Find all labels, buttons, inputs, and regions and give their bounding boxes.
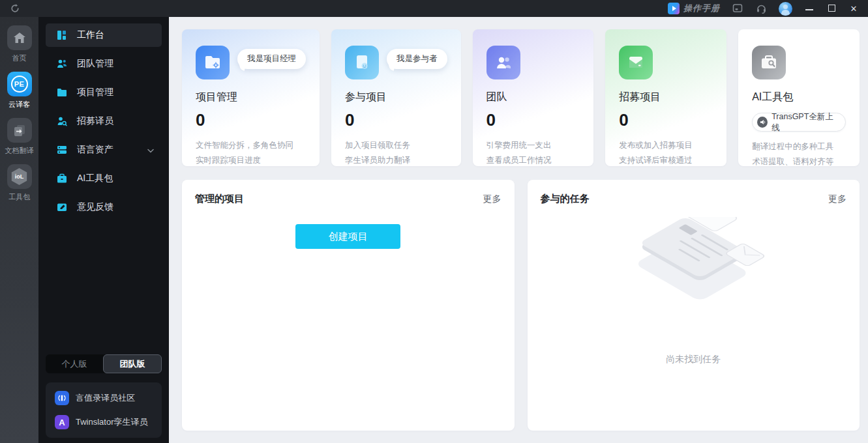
yanzhilu-icon <box>55 391 69 405</box>
create-project-button[interactable]: 创建项目 <box>295 224 400 249</box>
yunyike-pe-logo-icon: PE <box>7 72 32 96</box>
link-twinslator[interactable]: A Twinslator孪生译员 <box>55 415 153 429</box>
rail-label: 工具包 <box>8 192 30 202</box>
panel-title: 参与的任务 <box>541 193 590 205</box>
rail-label: 首页 <box>12 53 27 63</box>
doc-translate-icon <box>7 118 32 143</box>
app-body: 首页 PE 云译客 文档翻译 ioL 工具包 <box>0 17 868 443</box>
rail-label: 文档翻译 <box>5 146 34 156</box>
sidebar-bottom: 个人版 团队版 言值录译员社区 A Twinslator孪生译员 <box>46 354 162 438</box>
team-icon <box>57 59 67 69</box>
sidebar-item-label: AI工具包 <box>77 173 113 184</box>
card-count: 0 <box>486 110 580 130</box>
briefcase-icon <box>57 173 67 184</box>
card-description: 加入项目领取任务 孪生译员助力翻译 <box>345 138 447 167</box>
edition-personal-tab[interactable]: 个人版 <box>46 354 103 373</box>
panels-row: 管理的项目 更多 创建项目 参与的任务 更多 <box>182 180 860 431</box>
sidebar-item-label: 招募译员 <box>77 115 113 127</box>
stat-cards-row: 我是项目经理 项目管理 0 文件智能分拆，多角色协同 实时跟踪项目进度 我是参与 <box>182 29 860 166</box>
transgpt-badge[interactable]: TransGPT全新上线 <box>752 113 846 132</box>
panel-title: 管理的项目 <box>195 193 244 205</box>
rail-item-home[interactable]: 首页 <box>7 25 32 63</box>
card-title: 参与项目 <box>345 91 447 104</box>
managed-projects-panel: 管理的项目 更多 创建项目 <box>182 180 515 431</box>
refresh-icon[interactable] <box>9 3 21 14</box>
sidebar-item-language-assets[interactable]: 语言资产 <box>46 138 162 162</box>
card-description: 发布或加入招募项目 支持试译后审核通过 <box>619 138 713 167</box>
rail-label: 云译客 <box>8 100 30 109</box>
card-description: 文件智能分拆，多角色协同 实时跟踪项目进度 <box>196 138 306 167</box>
participated-tasks-more-link[interactable]: 更多 <box>828 193 846 205</box>
home-icon <box>7 25 32 50</box>
feedback-pen-icon <box>57 202 67 212</box>
card-title: AI工具包 <box>752 91 846 104</box>
empty-state: 尚未找到任务 <box>541 217 847 365</box>
sidebar-item-recruit-translators[interactable]: 招募译员 <box>46 109 162 133</box>
sidebar-item-ai-toolkit[interactable]: AI工具包 <box>46 167 162 190</box>
managed-projects-more-link[interactable]: 更多 <box>483 193 501 205</box>
announcement-icon <box>757 117 768 128</box>
maximize-button[interactable] <box>826 4 837 14</box>
rail-item-yunyike[interactable]: PE 云译客 <box>7 72 32 109</box>
close-button[interactable]: ✕ <box>848 4 859 14</box>
empty-tasks-illustration <box>608 217 778 347</box>
support-headset-icon[interactable] <box>755 3 767 14</box>
ai-toolkit-briefcase-icon <box>752 46 786 79</box>
assets-stack-icon <box>57 145 67 155</box>
community-links-card: 言值录译员社区 A Twinslator孪生译员 <box>46 382 162 438</box>
chevron-down-icon <box>147 145 154 155</box>
card-count: 0 <box>345 110 447 130</box>
card-team[interactable]: 团队 0 引擎费用统一支出 查看成员工作情况 <box>473 29 594 166</box>
card-title: 招募项目 <box>619 91 713 104</box>
link-label: Twinslator孪生译员 <box>76 416 148 428</box>
titlebar: 操作手册 ✕ <box>0 0 868 17</box>
rail-item-doc-translate[interactable]: 文档翻译 <box>5 118 34 156</box>
rail-item-toolkit[interactable]: ioL 工具包 <box>7 164 32 202</box>
left-rail: 首页 PE 云译客 文档翻译 ioL 工具包 <box>0 17 38 443</box>
app-window: 操作手册 ✕ 首页 PE <box>0 0 868 443</box>
card-recruit-projects[interactable]: 招募项目 0 发布或加入招募项目 支持试译后审核通过 <box>605 29 726 166</box>
manual-book-icon <box>668 3 680 14</box>
link-label: 言值录译员社区 <box>76 392 135 404</box>
edition-team-tab[interactable]: 团队版 <box>103 354 162 373</box>
card-title: 项目管理 <box>196 91 306 104</box>
card-title: 团队 <box>486 91 580 104</box>
folder-icon <box>57 87 67 98</box>
edition-toggle: 个人版 团队版 <box>46 354 162 373</box>
user-avatar[interactable] <box>779 2 792 16</box>
main-content: 我是项目经理 项目管理 0 文件智能分拆，多角色协同 实时跟踪项目进度 我是参与 <box>169 17 868 443</box>
sidebar-item-label: 语言资产 <box>77 144 113 156</box>
sidebar-item-feedback[interactable]: 意见反馈 <box>46 195 162 219</box>
card-ai-toolkit[interactable]: AI工具包 TransGPT全新上线 翻译过程中的多种工具 术语提取、语料对齐等 <box>738 29 860 166</box>
workbench-icon <box>57 30 67 40</box>
twinslator-icon: A <box>55 415 69 429</box>
participate-doc-icon <box>345 46 379 79</box>
sidebar-item-label: 团队管理 <box>77 58 113 70</box>
message-icon[interactable] <box>732 3 743 14</box>
toolkit-iol-icon: ioL <box>7 164 32 189</box>
minimize-button[interactable] <box>804 4 815 14</box>
recruit-search-person-icon <box>57 116 67 126</box>
empty-state-text: 尚未找到任务 <box>666 354 721 365</box>
role-badge: 我是参与者 <box>387 49 447 69</box>
sidebar-item-label: 意见反馈 <box>77 201 113 213</box>
team-members-icon <box>486 46 520 79</box>
sidebar-item-label: 工作台 <box>77 29 104 41</box>
card-count: 0 <box>196 110 306 130</box>
participated-tasks-panel: 参与的任务 更多 <box>528 180 860 431</box>
link-yanzhilu-community[interactable]: 言值录译员社区 <box>55 391 153 405</box>
role-badge: 我是项目经理 <box>237 49 306 69</box>
card-count: 0 <box>619 110 713 130</box>
card-project-management[interactable]: 我是项目经理 项目管理 0 文件智能分拆，多角色协同 实时跟踪项目进度 <box>182 29 320 166</box>
sidebar: 工作台 团队管理 项目管理 招募译员 <box>38 17 169 443</box>
card-description: 引擎费用统一支出 查看成员工作情况 <box>486 138 580 167</box>
sidebar-item-workbench[interactable]: 工作台 <box>46 23 162 47</box>
card-participated-projects[interactable]: 我是参与者 参与项目 0 加入项目领取任务 孪生译员助力翻译 <box>331 29 461 166</box>
sidebar-item-team-management[interactable]: 团队管理 <box>46 52 162 76</box>
project-folder-icon <box>196 46 230 79</box>
sidebar-item-label: 项目管理 <box>77 87 113 98</box>
manual-label: 操作手册 <box>683 3 720 14</box>
sidebar-item-project-management[interactable]: 项目管理 <box>46 81 162 104</box>
recruit-inbox-icon <box>619 46 653 79</box>
manual-button[interactable]: 操作手册 <box>668 3 720 14</box>
